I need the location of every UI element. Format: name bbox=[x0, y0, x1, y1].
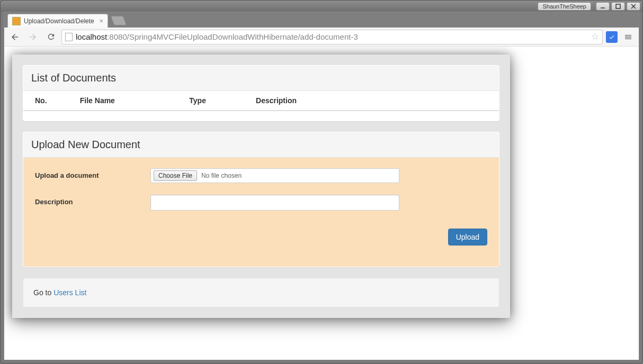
upload-file-label: Upload a document bbox=[35, 168, 150, 179]
browser-tab[interactable]: Upload/Download/Delete × bbox=[7, 14, 108, 28]
os-window: ShaunTheSheep Upload/Download/Delete × bbox=[0, 0, 643, 364]
browser-toolbar: localhost:8080/Spring4MVCFileUploadDownl… bbox=[4, 28, 639, 47]
file-input[interactable]: Choose File No file chosen bbox=[150, 168, 399, 183]
col-type: Type bbox=[185, 91, 252, 111]
reload-button[interactable] bbox=[43, 30, 58, 44]
page-content: List of Documents No. File Name Type Des… bbox=[4, 47, 639, 360]
upload-file-row: Upload a document Choose File No file ch… bbox=[35, 168, 487, 183]
url-path: /Spring4MVCFileUploadDownloadWithHiberna… bbox=[127, 32, 358, 41]
col-file-name: File Name bbox=[76, 91, 185, 111]
col-description: Description bbox=[252, 91, 499, 111]
browser-window: Upload/Download/Delete × localhost:8080/… bbox=[4, 12, 639, 360]
favicon-icon bbox=[12, 17, 21, 25]
extension-button[interactable] bbox=[606, 31, 618, 43]
footer-well: Go to Users List bbox=[23, 278, 499, 307]
close-button[interactable] bbox=[627, 2, 640, 11]
url-host: localhost bbox=[76, 32, 107, 41]
users-list-link[interactable]: Users List bbox=[53, 288, 86, 297]
url-port: :8080 bbox=[107, 32, 127, 41]
back-button[interactable] bbox=[7, 30, 22, 44]
documents-panel: List of Documents No. File Name Type Des… bbox=[23, 65, 499, 121]
form-actions: Upload bbox=[35, 222, 487, 256]
main-container: List of Documents No. File Name Type Des… bbox=[12, 54, 510, 318]
forward-button[interactable] bbox=[25, 30, 40, 44]
maximize-button[interactable] bbox=[611, 2, 625, 11]
tab-close-icon[interactable]: × bbox=[99, 17, 103, 25]
titlebar-user-badge[interactable]: ShaunTheSheep bbox=[538, 2, 591, 11]
upload-panel-heading: Upload New Document bbox=[23, 132, 499, 158]
footer-prefix: Go to bbox=[33, 288, 53, 297]
file-status-text: No file chosen bbox=[201, 172, 242, 179]
description-label: Description bbox=[35, 195, 150, 206]
minimize-button[interactable] bbox=[596, 2, 610, 11]
upload-form: Upload a document Choose File No file ch… bbox=[23, 158, 499, 267]
choose-file-button[interactable]: Choose File bbox=[154, 170, 197, 181]
col-no: No. bbox=[23, 91, 76, 111]
viewport[interactable]: List of Documents No. File Name Type Des… bbox=[4, 47, 639, 360]
upload-button[interactable]: Upload bbox=[448, 229, 487, 245]
description-row: Description bbox=[35, 195, 487, 211]
page-icon bbox=[65, 33, 73, 41]
tab-title: Upload/Download/Delete bbox=[24, 17, 96, 25]
documents-table: No. File Name Type Description bbox=[23, 91, 499, 111]
new-tab-button[interactable] bbox=[111, 16, 127, 25]
svg-rect-1 bbox=[616, 4, 620, 8]
upload-panel: Upload New Document Upload a document Ch… bbox=[23, 132, 499, 267]
description-input[interactable] bbox=[150, 195, 399, 211]
address-bar[interactable]: localhost:8080/Spring4MVCFileUploadDownl… bbox=[61, 30, 603, 44]
documents-table-wrap: No. File Name Type Description bbox=[23, 91, 499, 121]
tab-strip: Upload/Download/Delete × bbox=[4, 12, 639, 28]
bookmark-star-icon[interactable]: ☆ bbox=[591, 31, 599, 42]
titlebar: ShaunTheSheep bbox=[1, 1, 642, 12]
url-text: localhost:8080/Spring4MVCFileUploadDownl… bbox=[76, 32, 588, 41]
documents-panel-heading: List of Documents bbox=[23, 66, 499, 91]
browser-menu-button[interactable] bbox=[621, 30, 636, 44]
